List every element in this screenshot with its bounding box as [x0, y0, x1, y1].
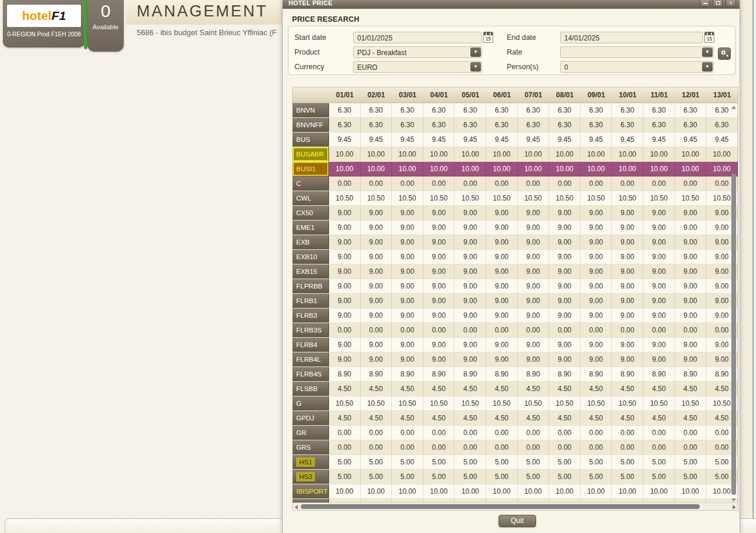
price-cell[interactable]: 9.00	[361, 220, 392, 235]
table-row[interactable]: FLRB4S8.908.908.908.908.908.908.908.908.…	[293, 367, 738, 382]
price-cell[interactable]: 10.00	[329, 147, 361, 161]
price-cell[interactable]: 9.00	[423, 206, 455, 220]
price-cell[interactable]: 9.00	[518, 250, 550, 264]
price-cell[interactable]: 0.00	[675, 323, 707, 337]
price-cell[interactable]: 9.00	[549, 264, 581, 279]
price-cell[interactable]: 10.50	[486, 396, 518, 410]
vertical-scrollbar[interactable]	[731, 104, 737, 503]
price-cell[interactable]: 4.50	[361, 382, 392, 396]
price-cell[interactable]: 9.00	[329, 338, 361, 352]
scroll-down-icon[interactable]	[731, 498, 736, 502]
price-cell[interactable]: 9.00	[486, 235, 518, 249]
price-cell[interactable]: 8.90	[581, 367, 612, 381]
price-cell[interactable]: 9.00	[423, 220, 455, 235]
price-cell[interactable]: 8.90	[612, 367, 643, 381]
price-cell[interactable]: 10.00	[643, 484, 675, 498]
price-cell[interactable]: 0.00	[329, 323, 361, 337]
price-cell[interactable]: 8.90	[643, 367, 675, 381]
price-cell[interactable]: 6.30	[581, 103, 612, 117]
rate-code-cell[interactable]: CWL	[293, 191, 329, 205]
price-cell[interactable]: 5.00	[486, 455, 518, 469]
price-cell[interactable]: 0.00	[612, 440, 643, 454]
price-cell[interactable]: 9.00	[612, 352, 643, 366]
price-cell[interactable]: 9.00	[423, 352, 455, 366]
price-cell[interactable]: 9.00	[518, 338, 550, 352]
price-cell[interactable]: 0.00	[392, 440, 423, 454]
price-cell[interactable]: 9.00	[455, 294, 486, 308]
chevron-down-icon[interactable]: ▼	[470, 47, 481, 57]
price-cell[interactable]: 9.45	[329, 133, 361, 147]
table-row[interactable]: CWL10.5010.5010.5010.5010.5010.5010.5010…	[293, 191, 738, 206]
price-cell[interactable]: 9.00	[392, 235, 423, 249]
price-cell[interactable]: 6.30	[423, 103, 455, 117]
price-cell[interactable]: 10.50	[423, 396, 455, 410]
price-cell[interactable]: 0.00	[549, 426, 581, 440]
price-cell[interactable]: 0.00	[643, 176, 675, 191]
price-cell[interactable]: 9.00	[675, 352, 707, 366]
rate-code-cell[interactable]: BNVNFF	[293, 118, 329, 132]
price-cell[interactable]: 9.00	[392, 220, 423, 235]
price-cell[interactable]: 4.50	[612, 411, 643, 425]
price-cell[interactable]: 9.45	[675, 133, 707, 147]
table-row[interactable]: BNVNFF6.306.306.306.306.306.306.306.306.…	[293, 118, 738, 133]
price-cell[interactable]: 0.00	[361, 440, 392, 454]
rate-code-cell[interactable]: GPDJ	[293, 411, 329, 425]
price-cell[interactable]: 0.00	[392, 426, 423, 440]
rate-code-cell[interactable]: EXB15	[293, 264, 329, 279]
price-cell[interactable]: 9.00	[486, 264, 518, 279]
price-cell[interactable]: 9.45	[392, 133, 423, 147]
rate-code-cell[interactable]: BUSI1	[293, 162, 329, 176]
price-cell[interactable]: 9.00	[518, 279, 550, 293]
price-cell[interactable]: 9.00	[643, 220, 675, 235]
price-cell[interactable]: 9.45	[612, 133, 643, 147]
price-cell[interactable]: 9.00	[392, 250, 423, 264]
price-cell[interactable]: 5.00	[643, 470, 675, 484]
price-cell[interactable]: 0.00	[675, 176, 707, 191]
price-cell[interactable]: 4.50	[361, 411, 392, 425]
price-cell[interactable]: 0.00	[361, 176, 392, 191]
price-cell[interactable]: 10.00	[423, 484, 455, 498]
price-cell[interactable]: 0.00	[549, 176, 581, 191]
search-button[interactable]	[718, 47, 731, 60]
price-cell[interactable]: 8.90	[329, 367, 361, 381]
price-cell[interactable]: 9.00	[423, 308, 455, 322]
price-cell[interactable]: 9.00	[549, 220, 581, 235]
price-cell[interactable]: 9.00	[329, 294, 361, 308]
price-cell[interactable]: 6.30	[486, 118, 518, 132]
price-cell[interactable]: 9.00	[455, 264, 486, 279]
quit-button[interactable]: Quit	[499, 515, 536, 527]
price-cell[interactable]: 0.00	[392, 176, 423, 191]
price-cell[interactable]: 8.90	[423, 367, 455, 381]
price-cell[interactable]: 9.00	[643, 206, 675, 220]
price-cell[interactable]: 10.50	[675, 396, 707, 410]
product-select[interactable]: PDJ - Breakfast ▼	[353, 46, 482, 58]
price-cell[interactable]: 9.00	[581, 250, 612, 264]
price-cell[interactable]: 6.30	[486, 103, 518, 117]
price-cell[interactable]: 8.90	[518, 367, 550, 381]
price-cell[interactable]: 10.50	[643, 396, 675, 410]
price-cell[interactable]: 5.00	[549, 470, 581, 484]
price-cell[interactable]: 9.00	[486, 352, 518, 366]
chevron-down-icon[interactable]: ▼	[702, 47, 713, 57]
price-cell[interactable]: 6.30	[643, 103, 675, 117]
price-cell[interactable]: 10.00	[329, 162, 361, 176]
price-cell[interactable]: 9.00	[675, 308, 707, 322]
rate-code-cell[interactable]: FLRB4S	[293, 367, 329, 381]
price-cell[interactable]: 9.00	[423, 294, 455, 308]
table-row[interactable]: G10.5010.5010.5010.5010.5010.5010.5010.5…	[293, 396, 738, 411]
price-cell[interactable]: 9.00	[643, 264, 675, 279]
price-cell[interactable]: 10.50	[643, 191, 675, 205]
price-cell[interactable]: 6.30	[455, 118, 486, 132]
table-row[interactable]: EXB109.009.009.009.009.009.009.009.009.0…	[293, 250, 738, 264]
price-cell[interactable]: 10.00	[549, 484, 581, 498]
price-cell[interactable]: 9.00	[486, 206, 518, 220]
price-cell[interactable]: 0.00	[455, 323, 486, 337]
price-cell[interactable]: 9.00	[549, 206, 581, 220]
price-cell[interactable]: 9.00	[549, 308, 581, 322]
table-row[interactable]: HS15.005.005.005.005.005.005.005.005.005…	[293, 455, 738, 470]
price-cell[interactable]: 9.00	[486, 294, 518, 308]
price-cell[interactable]: 9.00	[361, 235, 392, 249]
price-cell[interactable]: 10.00	[612, 484, 643, 498]
price-cell[interactable]: 5.00	[455, 455, 486, 469]
price-cell[interactable]: 9.00	[549, 250, 581, 264]
